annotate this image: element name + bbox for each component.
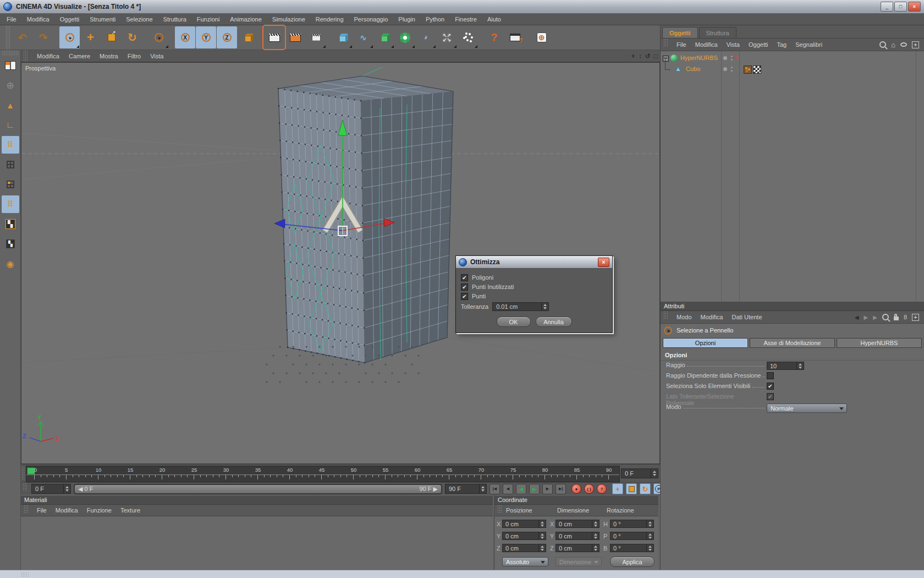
history-back-icon[interactable]: ◀ [855, 314, 859, 320]
vp-menu-camere[interactable]: Camere [69, 53, 90, 59]
vp-menu-filtro[interactable]: Filtro [128, 53, 141, 59]
attr-menu-dati-utente[interactable]: Dati Utente [732, 314, 762, 320]
lock-x-axis-button[interactable]: X [175, 26, 195, 48]
position-z-field[interactable]: 0 cm [502, 544, 546, 552]
redo-button[interactable]: ↷ [33, 26, 53, 48]
menu-plugin[interactable]: Plugin [398, 16, 415, 23]
punti-checkbox[interactable]: ✔ [461, 293, 468, 300]
add-primitive-cube-button[interactable] [332, 26, 353, 48]
make-editable-button[interactable]: ▲ [2, 96, 19, 114]
menu-modifica[interactable]: Modifica [27, 16, 50, 23]
scale-tool[interactable]: ↗ [101, 26, 122, 48]
render-visibility-dots[interactable] [731, 67, 733, 68]
menu-file[interactable]: File [7, 16, 16, 23]
dimension-z-field[interactable]: 0 cm [556, 544, 600, 552]
menu-animazione[interactable]: Animazione [230, 16, 261, 23]
tab-asse-di-modellazione[interactable]: Asse di Modellazione [750, 338, 835, 348]
add-deformer-button[interactable]: ◗ [416, 26, 436, 48]
eye-icon[interactable] [900, 42, 907, 47]
uvw-tag-icon[interactable] [753, 66, 761, 74]
attr-menu-modo[interactable]: Modo [676, 314, 692, 320]
pressione-checkbox[interactable] [767, 372, 774, 379]
ok-button[interactable]: OK [497, 317, 531, 327]
viewport-maximize-icon[interactable]: □ [654, 52, 658, 60]
texture-mode-button[interactable]: ▚ [2, 215, 19, 233]
selection-tag-icon[interactable] [744, 66, 752, 74]
punti-option[interactable]: ✔ Punti [461, 292, 607, 301]
add-hypernurbs-button[interactable] [374, 26, 394, 48]
points-mode-button[interactable]: ⠿ [2, 136, 19, 154]
polygons-mode-button[interactable] [2, 176, 19, 193]
apply-button[interactable]: Applica [610, 557, 654, 567]
mode-toolbar-grip[interactable] [2, 51, 18, 55]
rotation-h-field[interactable]: 0 ° [610, 520, 654, 528]
record-options-button[interactable]: ? [597, 484, 607, 494]
tab-hypernurbs[interactable]: HyperNURBS [837, 338, 922, 348]
om-menu-tag[interactable]: Tag [777, 41, 787, 48]
vp-menu-vista[interactable]: Vista [150, 53, 163, 59]
dialog-titlebar[interactable]: Ottimizza × [456, 256, 612, 269]
spinner-arrows[interactable] [651, 469, 658, 478]
ruler-band[interactable]: 051015202530354045505560657075808590 [26, 466, 620, 482]
autokeying-button[interactable]: ( ) [584, 484, 594, 494]
spinner-arrows[interactable] [479, 484, 486, 493]
punti-inutilizzati-option[interactable]: ✔ Punti Inutilizzati [461, 282, 607, 291]
online-help-button[interactable]: ⊕ [531, 26, 552, 48]
key-rotation-toggle[interactable]: ↻ [640, 483, 651, 494]
layout-button[interactable] [2, 57, 19, 74]
dialog-close-icon[interactable]: × [598, 258, 609, 267]
add-spline-button[interactable]: ∿ [353, 26, 373, 48]
editor-visibility-dot[interactable] [723, 56, 727, 60]
add-panel-icon[interactable]: + [912, 41, 919, 48]
object-name[interactable]: HyperNURBS [680, 54, 718, 61]
om-menu-vista[interactable]: Vista [727, 41, 740, 48]
add-panel-icon[interactable]: + [912, 314, 919, 321]
rotation-p-field[interactable]: 0 ° [610, 532, 654, 540]
lock-y-axis-button[interactable]: Y [196, 26, 216, 48]
object-axis-mode-button[interactable]: ∟ [2, 116, 19, 134]
ottimizza-dialog[interactable]: Ottimizza × ✔ Poligoni ✔ Punti Inutilizz… [455, 255, 613, 333]
add-environment-button[interactable]: ↖↗↙↘ [437, 26, 457, 48]
maximize-button[interactable]: □ [894, 2, 907, 12]
menu-python[interactable]: Python [426, 16, 444, 23]
previous-key-button[interactable]: ◀ [503, 484, 513, 494]
home-icon[interactable]: ⌂ [891, 41, 895, 49]
object-row-cubo[interactable]: ▲ Cubo [661, 64, 924, 75]
mat-menu-texture[interactable]: Texture [120, 507, 140, 514]
tab-oggetti[interactable]: Oggetti [662, 27, 698, 38]
om-menu-segnalibri[interactable]: Segnalibri [795, 41, 822, 48]
spinner-arrows[interactable] [63, 484, 70, 493]
key-scale-toggle[interactable] [626, 483, 637, 494]
viewport-zoom-icon[interactable]: ↕ [639, 52, 642, 60]
lock-icon[interactable] [894, 317, 899, 320]
ruler-frame-field[interactable]: 0 F [621, 468, 658, 478]
object-name[interactable]: Cubo [686, 66, 700, 72]
coordinate-system-button[interactable] [238, 26, 258, 48]
add-particles-button[interactable] [458, 26, 478, 48]
poligoni-checkbox[interactable]: ✔ [461, 274, 468, 281]
mat-menu-funzione[interactable]: Funzione [87, 507, 112, 514]
menu-funzioni[interactable]: Funzioni [197, 16, 220, 23]
history-list-icon[interactable]: 8 [904, 314, 907, 320]
menu-simulazione[interactable]: Simulazione [272, 16, 305, 23]
snap-settings-button[interactable]: ◉ [2, 255, 19, 272]
help-button[interactable]: ? [484, 26, 504, 48]
render-visibility-dots[interactable] [731, 56, 733, 57]
go-to-end-button[interactable]: ▶| [556, 484, 566, 494]
toolbar-grip[interactable] [6, 25, 10, 50]
title-bar[interactable]: CINEMA 4D Visualize - [Senza Titolo 4 *]… [0, 0, 924, 14]
generator-disabled-x-icon[interactable]: × [734, 54, 738, 62]
raggio-field[interactable]: 10 [767, 362, 804, 370]
texture-axis-mode-button[interactable]: ▚ [2, 235, 19, 253]
content-browser-button[interactable]: ? [505, 26, 525, 48]
visibili-checkbox[interactable]: ✔ [767, 383, 774, 390]
search-icon[interactable] [882, 314, 889, 320]
end-frame-spinner[interactable]: 90 F [445, 484, 487, 494]
menu-rendering[interactable]: Rendering [316, 16, 344, 23]
render-view-button[interactable] [264, 26, 284, 48]
edges-mode-button[interactable] [2, 156, 19, 173]
ruler-grip[interactable] [21, 467, 25, 480]
key-position-toggle[interactable]: + [612, 483, 623, 494]
render-settings-button[interactable] [306, 26, 326, 48]
menu-aiuto[interactable]: Aiuto [487, 16, 501, 23]
